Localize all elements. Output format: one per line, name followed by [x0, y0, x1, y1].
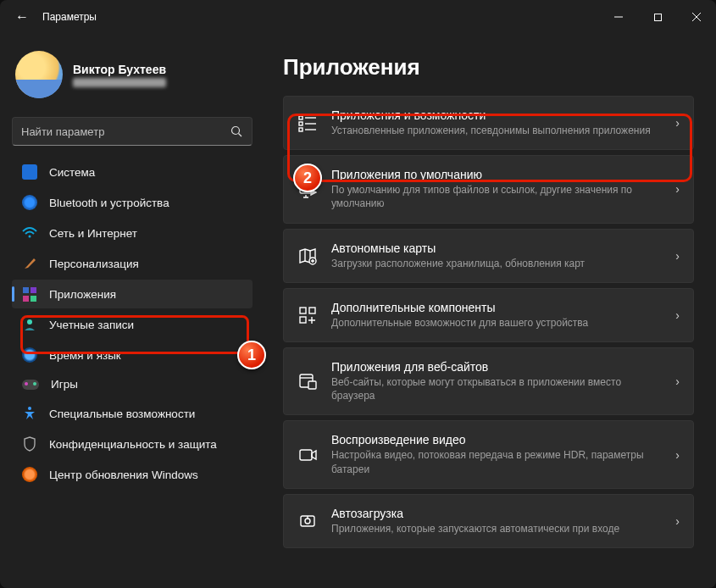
card-title: Воспроизведение видео: [331, 433, 662, 447]
sidebar-item-label: Система: [49, 166, 95, 179]
page-title: Приложения: [283, 54, 694, 80]
svg-rect-25: [308, 381, 316, 389]
svg-rect-21: [309, 308, 315, 313]
card-apps-for-websites[interactable]: Приложения для веб-сайтов Веб-сайты, кот…: [283, 347, 694, 415]
sidebar-item-personalization[interactable]: Персонализация: [12, 249, 253, 278]
maximize-button[interactable]: [638, 0, 677, 34]
sidebar: Виктор Бухтеев Система Bluetooth и устро…: [0, 34, 263, 588]
card-subtitle: Загрузки расположение хранилища, обновле…: [331, 257, 662, 270]
card-default-apps[interactable]: Приложения по умолчанию По умолчанию для…: [283, 155, 694, 223]
card-startup[interactable]: Автозагрузка Приложения, которые запуска…: [283, 494, 694, 548]
sidebar-item-label: Персонализация: [49, 258, 139, 270]
person-icon: [22, 317, 37, 332]
sidebar-item-label: Конфиденциальность и защита: [49, 438, 217, 451]
gamepad-icon: [22, 380, 39, 390]
svg-point-8: [28, 407, 31, 410]
main-content: Приложения Приложения и возможности Уста…: [263, 34, 716, 588]
svg-rect-10: [299, 122, 302, 125]
wifi-icon: [22, 225, 37, 241]
chevron-right-icon: ›: [675, 249, 680, 263]
list-icon: [297, 113, 318, 133]
card-title: Автономные карты: [331, 241, 662, 255]
chevron-right-icon: ›: [675, 116, 680, 130]
sidebar-item-accounts[interactable]: Учетные записи: [12, 310, 253, 339]
profile-email-blurred: [73, 78, 166, 87]
clock-icon: [22, 347, 37, 363]
sidebar-item-gaming[interactable]: Игры: [12, 371, 253, 397]
svg-line-5: [239, 133, 242, 136]
video-icon: [297, 445, 318, 465]
cards-list: Приложения и возможности Установленные п…: [283, 96, 694, 548]
card-subtitle: Настройка видео, потоковая передача в ре…: [331, 448, 662, 475]
card-title: Приложения и возможности: [331, 108, 662, 122]
sidebar-item-network[interactable]: Сеть и Интернет: [12, 219, 253, 247]
sidebar-item-apps[interactable]: Приложения: [12, 280, 253, 308]
grid-plus-icon: [297, 305, 318, 325]
svg-rect-11: [299, 128, 302, 131]
chevron-right-icon: ›: [675, 182, 680, 196]
card-offline-maps[interactable]: Автономные карты Загрузки расположение х…: [283, 229, 694, 283]
map-icon: [297, 246, 318, 266]
sidebar-item-label: Bluetooth и устройства: [49, 197, 169, 209]
card-subtitle: Дополнительные возможности для вашего ус…: [331, 316, 662, 330]
sidebar-item-label: Время и язык: [49, 349, 121, 362]
sidebar-item-system[interactable]: Система: [12, 158, 253, 186]
svg-point-6: [29, 236, 31, 238]
chevron-right-icon: ›: [675, 448, 680, 462]
bluetooth-icon: [22, 195, 37, 210]
profile[interactable]: Виктор Бухтеев: [12, 46, 253, 110]
sidebar-item-label: Приложения: [49, 288, 116, 301]
svg-point-4: [232, 126, 240, 134]
avatar: [15, 51, 63, 98]
accessibility-icon: [22, 406, 37, 421]
card-title: Приложения по умолчанию: [331, 168, 662, 181]
update-icon: [22, 467, 37, 482]
svg-marker-27: [312, 451, 316, 459]
apps-icon: [22, 286, 37, 302]
chevron-right-icon: ›: [675, 514, 680, 528]
sidebar-item-time-language[interactable]: Время и язык: [12, 341, 253, 369]
card-optional-features[interactable]: Дополнительные компоненты Дополнительные…: [283, 288, 694, 342]
minimize-button[interactable]: [599, 0, 638, 34]
svg-point-29: [305, 519, 310, 524]
sidebar-item-label: Игры: [51, 378, 78, 391]
back-button[interactable]: ←: [7, 6, 37, 28]
card-title: Автозагрузка: [331, 507, 662, 520]
svg-marker-16: [311, 190, 316, 195]
card-title: Приложения для веб-сайтов: [331, 360, 662, 374]
profile-name: Виктор Бухтеев: [73, 63, 166, 76]
website-app-icon: [297, 371, 318, 391]
svg-rect-1: [654, 14, 661, 20]
nav-list: Система Bluetooth и устройства Сеть и Ин…: [12, 158, 253, 489]
close-button[interactable]: [677, 0, 716, 34]
window-body: Виктор Бухтеев Система Bluetooth и устро…: [0, 34, 716, 588]
svg-rect-26: [300, 450, 312, 460]
search-icon: [230, 125, 243, 138]
brush-icon: [22, 256, 37, 271]
window-controls: [599, 0, 716, 34]
window-title: Параметры: [42, 11, 97, 23]
sidebar-item-label: Учетные записи: [49, 319, 134, 331]
card-subtitle: Приложения, которые запускаются автомати…: [331, 522, 662, 535]
svg-rect-22: [300, 317, 306, 323]
sidebar-item-accessibility[interactable]: Специальные возможности: [12, 399, 253, 428]
card-video-playback[interactable]: Воспроизведение видео Настройка видео, п…: [283, 420, 694, 488]
chevron-right-icon: ›: [675, 374, 680, 388]
settings-window: ← Параметры Виктор Бухтеев: [0, 0, 716, 588]
sidebar-item-privacy[interactable]: Конфиденциальность и защита: [12, 430, 253, 458]
svg-rect-9: [299, 116, 302, 119]
sidebar-item-label: Специальные возможности: [49, 408, 195, 420]
card-subtitle: По умолчанию для типов файлов и ссылок, …: [331, 183, 662, 210]
card-apps-features[interactable]: Приложения и возможности Установленные п…: [283, 96, 694, 150]
sidebar-item-bluetooth[interactable]: Bluetooth и устройства: [12, 188, 253, 217]
system-icon: [22, 164, 37, 180]
default-apps-icon: [297, 179, 318, 199]
search-box[interactable]: [12, 117, 253, 146]
search-input[interactable]: [21, 125, 230, 138]
sidebar-item-windows-update[interactable]: Центр обновления Windows: [12, 460, 253, 489]
shield-icon: [22, 436, 37, 452]
sidebar-item-label: Центр обновления Windows: [49, 469, 198, 481]
startup-icon: [297, 511, 318, 531]
card-subtitle: Веб-сайты, которые могут открываться в п…: [331, 375, 662, 402]
svg-point-7: [27, 319, 32, 325]
